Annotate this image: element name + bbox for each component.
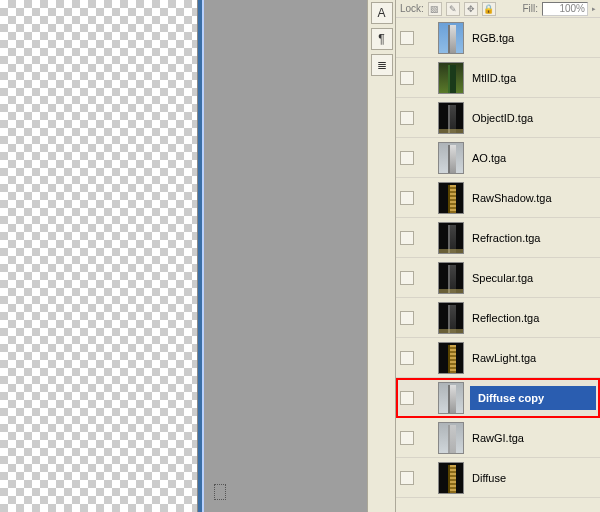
layer-row[interactable]: RawLight.tga xyxy=(396,338,600,378)
list-palette-icon[interactable]: ≣ xyxy=(371,54,393,76)
layer-name-label[interactable]: RawLight.tga xyxy=(470,352,536,364)
layer-list: RGB.tgaMtlID.tgaObjectID.tgaAO.tgaRawSha… xyxy=(396,18,600,512)
layer-row[interactable]: RGB.tga xyxy=(396,18,600,58)
text-cursor-indicator xyxy=(214,484,226,500)
layer-link-column xyxy=(420,62,432,94)
lock-label: Lock: xyxy=(400,3,424,14)
layer-thumbnail[interactable] xyxy=(438,142,464,174)
layer-thumbnail[interactable] xyxy=(438,462,464,494)
layer-row[interactable]: Refraction.tga xyxy=(396,218,600,258)
collapsed-palettes: A¶≣ xyxy=(367,0,395,512)
layer-row[interactable]: RawShadow.tga xyxy=(396,178,600,218)
layer-name-label[interactable]: Diffuse copy xyxy=(470,386,596,410)
layer-link-column xyxy=(420,142,432,174)
layer-visibility-toggle[interactable] xyxy=(400,391,414,405)
layer-link-column xyxy=(420,102,432,134)
layer-row[interactable]: ObjectID.tga xyxy=(396,98,600,138)
lock-all-icon[interactable]: 🔒 xyxy=(482,2,496,16)
layer-link-column xyxy=(420,422,432,454)
layer-row[interactable]: Diffuse copy xyxy=(396,378,600,418)
layer-thumbnail[interactable] xyxy=(438,182,464,214)
document-area[interactable] xyxy=(198,0,367,512)
layer-link-column xyxy=(420,302,432,334)
layer-name-label[interactable]: RawGI.tga xyxy=(470,432,524,444)
layer-name-label[interactable]: Diffuse xyxy=(470,472,506,484)
layer-visibility-toggle[interactable] xyxy=(400,311,414,325)
paragraph-palette-icon[interactable]: ¶ xyxy=(371,28,393,50)
layer-link-column xyxy=(420,382,432,414)
fill-opacity-caret-icon[interactable]: ▸ xyxy=(592,5,596,13)
layer-thumbnail[interactable] xyxy=(438,382,464,414)
layer-visibility-toggle[interactable] xyxy=(400,231,414,245)
layer-link-column xyxy=(420,22,432,54)
layer-name-label[interactable]: MtlID.tga xyxy=(470,72,516,84)
layer-thumbnail[interactable] xyxy=(438,302,464,334)
layer-link-column xyxy=(420,182,432,214)
layer-name-label[interactable]: RawShadow.tga xyxy=(470,192,552,204)
layers-lock-row: Lock: ▧ ✎ ✥ 🔒 Fill: 100% ▸ xyxy=(396,0,600,18)
layer-thumbnail[interactable] xyxy=(438,102,464,134)
lock-position-icon[interactable]: ✥ xyxy=(464,2,478,16)
layer-name-label[interactable]: Reflection.tga xyxy=(470,312,539,324)
lock-transparency-icon[interactable]: ▧ xyxy=(428,2,442,16)
layer-thumbnail[interactable] xyxy=(438,22,464,54)
layer-thumbnail[interactable] xyxy=(438,342,464,374)
layer-link-column xyxy=(420,462,432,494)
layer-name-label[interactable]: RGB.tga xyxy=(470,32,514,44)
layer-thumbnail[interactable] xyxy=(438,422,464,454)
layer-name-label[interactable]: Specular.tga xyxy=(470,272,533,284)
layer-name-label[interactable]: AO.tga xyxy=(470,152,506,164)
layer-visibility-toggle[interactable] xyxy=(400,31,414,45)
canvas-region xyxy=(0,0,367,512)
fill-opacity-input[interactable]: 100% xyxy=(542,2,588,16)
layer-visibility-toggle[interactable] xyxy=(400,71,414,85)
layer-visibility-toggle[interactable] xyxy=(400,111,414,125)
layer-thumbnail[interactable] xyxy=(438,62,464,94)
layer-visibility-toggle[interactable] xyxy=(400,431,414,445)
layer-visibility-toggle[interactable] xyxy=(400,271,414,285)
layer-row[interactable]: RawGI.tga xyxy=(396,418,600,458)
transparent-canvas[interactable] xyxy=(0,0,198,512)
layer-visibility-toggle[interactable] xyxy=(400,151,414,165)
layer-thumbnail[interactable] xyxy=(438,222,464,254)
app-root: A¶≣ Lock: ▧ ✎ ✥ 🔒 Fill: 100% ▸ RGB.tgaMt… xyxy=(0,0,600,512)
layer-link-column xyxy=(420,262,432,294)
lock-image-icon[interactable]: ✎ xyxy=(446,2,460,16)
layer-name-label[interactable]: Refraction.tga xyxy=(470,232,540,244)
layer-link-column xyxy=(420,342,432,374)
layers-panel: Lock: ▧ ✎ ✥ 🔒 Fill: 100% ▸ RGB.tgaMtlID.… xyxy=(395,0,600,512)
layer-row[interactable]: Specular.tga xyxy=(396,258,600,298)
layer-visibility-toggle[interactable] xyxy=(400,351,414,365)
layer-thumbnail[interactable] xyxy=(438,262,464,294)
layer-name-label[interactable]: ObjectID.tga xyxy=(470,112,533,124)
layer-row[interactable]: AO.tga xyxy=(396,138,600,178)
layer-link-column xyxy=(420,222,432,254)
layer-row[interactable]: MtlID.tga xyxy=(396,58,600,98)
layer-visibility-toggle[interactable] xyxy=(400,191,414,205)
layer-visibility-toggle[interactable] xyxy=(400,471,414,485)
character-palette-icon[interactable]: A xyxy=(371,2,393,24)
layer-row[interactable]: Reflection.tga xyxy=(396,298,600,338)
layer-row[interactable]: Diffuse xyxy=(396,458,600,498)
fill-label: Fill: xyxy=(522,3,538,14)
